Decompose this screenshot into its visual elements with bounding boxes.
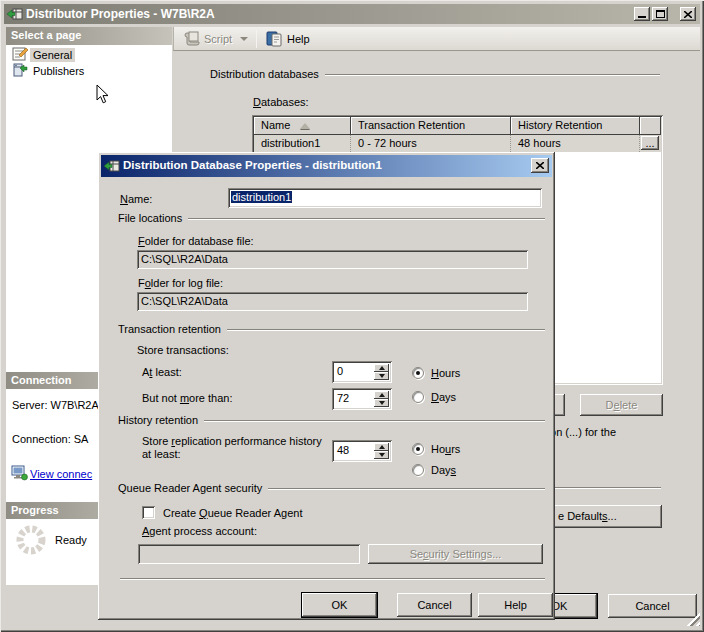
- selected-text: distribution1: [231, 191, 292, 203]
- spin-up-button[interactable]: [374, 391, 389, 399]
- replication-icon: [104, 158, 120, 176]
- close-icon: [684, 11, 692, 18]
- name-input[interactable]: distribution1: [228, 188, 542, 208]
- column-header-history-retention[interactable]: History Retention: [511, 117, 640, 135]
- browse-properties-button[interactable]: ...: [641, 136, 659, 150]
- folder-database-label: Folder for database file:: [138, 235, 254, 247]
- distribution-databases-group: Distribution databases: [210, 68, 660, 80]
- folder-database-input[interactable]: C:\SQL\R2A\Data: [137, 250, 528, 269]
- help-icon: [266, 30, 283, 49]
- name-label: Name:: [120, 193, 152, 205]
- spin-down-button[interactable]: [374, 451, 389, 459]
- modal-cancel-button[interactable]: Cancel: [397, 593, 472, 617]
- window-title: Distributor Properties - W7B\R2A: [26, 7, 215, 21]
- agent-account-label: Agent process account:: [142, 525, 257, 537]
- minimize-button[interactable]: [634, 7, 650, 21]
- script-icon: [183, 31, 200, 48]
- group-title: Distribution databases: [210, 68, 319, 80]
- spin-up-button[interactable]: [374, 364, 389, 372]
- sort-ascending-icon: [300, 123, 310, 129]
- maximize-icon: [656, 10, 665, 18]
- queue-security-group: Queue Reader Agent security: [118, 482, 545, 494]
- mouse-cursor: [96, 84, 109, 106]
- hours-radio[interactable]: [412, 367, 424, 379]
- store-transactions-label: Store transactions:: [137, 344, 229, 356]
- spin-down-button[interactable]: [374, 399, 389, 407]
- help-button[interactable]: Help: [287, 33, 310, 45]
- general-page-icon: [12, 47, 28, 64]
- modal-title: Distribution Database Properties - distr…: [123, 159, 382, 171]
- folder-log-label: Folder for log file:: [138, 277, 223, 289]
- connection-server: Server: W7B\R2A: [12, 399, 99, 411]
- history-spinner[interactable]: 48: [332, 440, 392, 462]
- security-settings-button[interactable]: Security Settings...: [368, 544, 543, 564]
- history-hours-radio-label[interactable]: Hours: [431, 443, 460, 455]
- days-radio-label[interactable]: Days: [431, 391, 456, 403]
- group-rule: [325, 74, 660, 76]
- delete-button[interactable]: Delete: [580, 394, 663, 416]
- dialog-cancel-button[interactable]: Cancel: [608, 594, 697, 618]
- script-button[interactable]: Script: [204, 33, 232, 45]
- folder-log-input[interactable]: C:\SQL\R2A\Data: [137, 292, 528, 311]
- replication-icon: [7, 6, 23, 24]
- store-history-label: Store replication performance history at…: [142, 435, 332, 461]
- databases-label: Databases:: [253, 96, 309, 108]
- view-connection-icon: [11, 465, 28, 483]
- minimize-icon: [638, 16, 646, 18]
- not-more-spinner[interactable]: 72: [332, 388, 392, 410]
- distributor-properties-window: Distributor Properties - W7B\R2A Select …: [0, 0, 704, 632]
- at-least-spinner[interactable]: 0: [332, 361, 392, 383]
- cell-name: distribution1: [254, 135, 351, 152]
- spin-down-button[interactable]: [374, 372, 389, 380]
- close-icon: [536, 162, 544, 169]
- modal-footer-divider: [120, 578, 545, 580]
- hint-text-fragment: ton (...) for the: [547, 426, 616, 438]
- progress-status: Ready: [55, 534, 87, 546]
- table-row[interactable]: distribution1 0 - 72 hours 48 hours ...: [254, 135, 661, 152]
- column-header-transaction-retention[interactable]: Transaction Retention: [351, 117, 511, 135]
- maximize-button[interactable]: [652, 7, 668, 21]
- create-queue-reader-checkbox[interactable]: [142, 506, 155, 519]
- days-radio[interactable]: [412, 391, 424, 403]
- table-header-row: Name Transaction Retention History Reten…: [254, 117, 661, 135]
- close-button[interactable]: [680, 7, 696, 21]
- modal-ok-button[interactable]: OK: [302, 593, 377, 617]
- hours-radio-label[interactable]: Hours: [431, 367, 460, 379]
- view-connection-link[interactable]: View connec: [30, 468, 92, 480]
- history-days-radio[interactable]: [412, 464, 424, 476]
- sidebar-item-label: General: [30, 48, 75, 62]
- connection-user: Connection: SA: [12, 433, 88, 445]
- at-least-label: At least:: [142, 366, 182, 378]
- sidebar-item-label: Publishers: [30, 64, 87, 78]
- toolbar-separator: [256, 30, 257, 48]
- distribution-database-properties-dialog: Distribution Database Properties - distr…: [98, 152, 555, 620]
- cell-transaction-retention: 0 - 72 hours: [351, 135, 511, 152]
- publishers-page-icon: [12, 63, 28, 80]
- modal-titlebar[interactable]: Distribution Database Properties - distr…: [101, 155, 552, 177]
- column-header-name[interactable]: Name: [254, 117, 351, 135]
- agent-account-input[interactable]: [138, 544, 360, 564]
- cell-history-retention: 48 hours: [511, 135, 640, 152]
- script-dropdown-icon[interactable]: [240, 37, 248, 41]
- toolbar: Script Help: [173, 27, 700, 51]
- history-hours-radio[interactable]: [412, 443, 424, 455]
- not-more-label: But not more than:: [142, 392, 233, 404]
- column-header-blank[interactable]: [640, 117, 661, 135]
- progress-spinner-icon: [15, 524, 47, 558]
- modal-close-button[interactable]: [531, 158, 549, 173]
- file-locations-group: File locations: [118, 212, 545, 224]
- spin-up-button[interactable]: [374, 443, 389, 451]
- select-page-header: Select a page: [6, 27, 172, 45]
- window-titlebar[interactable]: Distributor Properties - W7B\R2A: [4, 4, 700, 24]
- history-days-radio-label[interactable]: Days: [431, 464, 456, 476]
- modal-help-button[interactable]: Help: [478, 593, 553, 617]
- history-retention-group: History retention: [118, 414, 545, 426]
- transaction-retention-group: Transaction retention: [118, 323, 545, 335]
- create-queue-reader-label[interactable]: Create Queue Reader Agent: [163, 507, 302, 519]
